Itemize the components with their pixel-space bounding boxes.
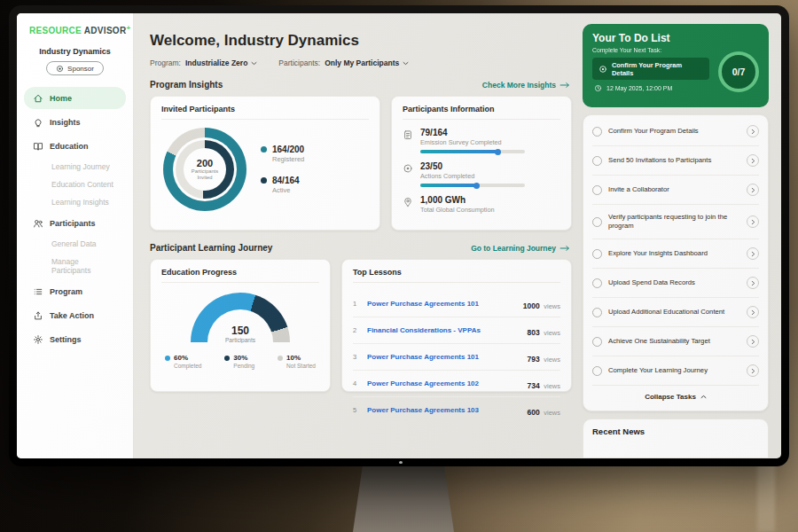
todo-panel: Your To Do List Complete Your Next Task:… [583, 13, 781, 458]
task-checkbox[interactable] [592, 185, 602, 195]
stat-value: 79/164 [420, 128, 525, 137]
task-open-button[interactable] [747, 154, 759, 167]
sidebar-item-home[interactable]: Home [24, 87, 126, 109]
task-open-button[interactable] [747, 277, 759, 289]
task-row[interactable]: Upload Additional Educational Content [592, 298, 759, 327]
lesson-link[interactable]: Power Purchase Agreements 101 [367, 353, 520, 361]
next-task-chip[interactable]: Confirm Your Program Details [592, 58, 709, 80]
next-task-label: Confirm Your Program Details [612, 61, 703, 77]
legend-item-not-started: 10% Not Started [278, 354, 316, 369]
lesson-rank: 2 [353, 326, 360, 334]
sidebar-item-general-data[interactable]: General Data [24, 235, 126, 253]
task-row[interactable]: Invite a Collaborator [592, 176, 759, 205]
sidebar-item-take-action[interactable]: Take Action [24, 304, 126, 326]
lesson-rank: 4 [353, 379, 360, 387]
task-label: Upload Additional Educational Content [608, 308, 740, 317]
lesson-row: 1 Power Purchase Agreements 101 1000 vie… [353, 291, 560, 317]
task-checkbox[interactable] [592, 366, 602, 376]
lesson-link[interactable]: Power Purchase Agreements 102 [367, 379, 520, 387]
sidebar-item-label: Education Content [51, 180, 113, 189]
home-icon [33, 93, 43, 104]
sidebar-item-program[interactable]: Program [24, 280, 126, 302]
sidebar-item-label: Learning Insights [51, 198, 109, 207]
go-to-learning-journey-link[interactable]: Go to Learning Journey [471, 244, 570, 253]
task-row[interactable]: Upload Spend Data Records [592, 269, 759, 298]
sidebar-item-label: Settings [50, 335, 82, 344]
task-checkbox[interactable] [592, 337, 602, 347]
task-label: Invite a Collaborator [608, 185, 740, 194]
program-dropdown[interactable]: Industrialize Zero [185, 59, 257, 67]
task-open-button[interactable] [747, 184, 759, 196]
chevron-right-icon [751, 158, 755, 164]
monitor: RESOURCE ADVISOR+ Industry Dynamics Spon… [9, 5, 789, 466]
task-checkbox[interactable] [592, 156, 602, 166]
task-checkbox[interactable] [592, 217, 602, 227]
legend-value: 84/164 [272, 176, 300, 185]
task-checkbox[interactable] [592, 127, 602, 137]
legend-dot [278, 356, 283, 361]
legend-item-pending: 30% Pending [224, 354, 254, 369]
lesson-views: 600 views [528, 403, 560, 419]
stat-value: 23/50 [420, 161, 525, 171]
card-title: Invited Participants [161, 105, 369, 120]
recent-news-card: Recent News [583, 419, 769, 458]
task-open-button[interactable] [747, 125, 759, 137]
task-row[interactable]: Confirm Your Program Details [592, 117, 759, 146]
task-checkbox[interactable] [592, 249, 602, 259]
lesson-link[interactable]: Financial Considerations - VPPAs [367, 326, 520, 334]
task-open-button[interactable] [747, 335, 759, 348]
target-icon [403, 163, 413, 174]
task-row[interactable]: Verify participants requesting to join t… [592, 205, 759, 239]
legend-label: Not Started [286, 363, 316, 369]
sidebar-item-insights[interactable]: Insights [24, 111, 126, 133]
collapse-tasks-button[interactable]: Collapse Tasks [592, 386, 759, 409]
task-row[interactable]: Send 50 Invitations to Participants [592, 146, 759, 176]
legend-label: Registered [272, 155, 304, 163]
sidebar-item-education-content[interactable]: Education Content [24, 176, 126, 193]
monitor-stand [353, 463, 454, 532]
sidebar-item-label: Home [50, 94, 72, 103]
task-checkbox[interactable] [592, 308, 602, 317]
donut-center: 200 Participants Invited [184, 148, 226, 191]
sidebar-item-learning-insights[interactable]: Learning Insights [24, 193, 126, 211]
participants-dropdown[interactable]: Only My Participants [325, 59, 409, 67]
due-date-label: 12 May 2025, 12:00 PM [606, 85, 672, 91]
task-open-button[interactable] [747, 215, 759, 228]
task-row[interactable]: Achieve One Sustainability Target [592, 327, 759, 356]
program-filter: Program: Industrialize Zero [150, 59, 257, 67]
task-row[interactable]: Explore Your Insights Dashboard [592, 239, 759, 269]
legend-label: Completed [174, 363, 201, 369]
check-more-insights-link[interactable]: Check More Insights [482, 81, 570, 90]
lesson-link[interactable]: Power Purchase Agreements 101 [367, 300, 516, 308]
sidebar-nav: Home Insights Education Learning Journey… [17, 86, 133, 351]
sidebar-item-education[interactable]: Education [24, 135, 126, 157]
task-label: Explore Your Insights Dashboard [608, 249, 740, 258]
sidebar-item-manage-participants[interactable]: Manage Participants [24, 253, 126, 279]
sidebar-item-participants[interactable]: Participants [24, 212, 126, 234]
lesson-rank: 3 [353, 353, 360, 361]
lesson-link[interactable]: Power Purchase Agreements 103 [367, 406, 520, 414]
task-row[interactable]: Complete Your Learning Journey [592, 356, 759, 386]
task-open-button[interactable] [747, 306, 759, 318]
task-open-button[interactable] [747, 247, 759, 260]
progress-fill [420, 184, 478, 187]
sidebar-item-learning-journey[interactable]: Learning Journey [24, 158, 126, 176]
chevron-right-icon [751, 280, 755, 286]
chevron-down-icon [251, 61, 257, 66]
book-icon [33, 141, 43, 152]
top-lessons-card: Top Lessons 1 Power Purchase Agreements … [341, 259, 572, 392]
lesson-row: 4 Power Purchase Agreements 102 734 view… [353, 371, 560, 397]
lesson-views: 793 views [528, 349, 560, 365]
sponsor-badge: Sponsor [46, 61, 104, 75]
brand-resource: RESOURCE [29, 26, 82, 35]
main-content: Welcome, Industry Dynamics Program: Indu… [134, 13, 583, 458]
brand-plus: + [126, 24, 130, 32]
arrow-right-icon [559, 245, 570, 252]
legend-value: 30% [233, 354, 254, 362]
todo-task-list: Confirm Your Program Details Send 50 Inv… [583, 114, 769, 411]
program-dropdown-value: Industrialize Zero [185, 59, 247, 67]
donut-center-label: Participants Invited [189, 168, 221, 181]
task-open-button[interactable] [747, 364, 759, 377]
sidebar-item-settings[interactable]: Settings [24, 328, 126, 350]
task-checkbox[interactable] [592, 278, 602, 288]
